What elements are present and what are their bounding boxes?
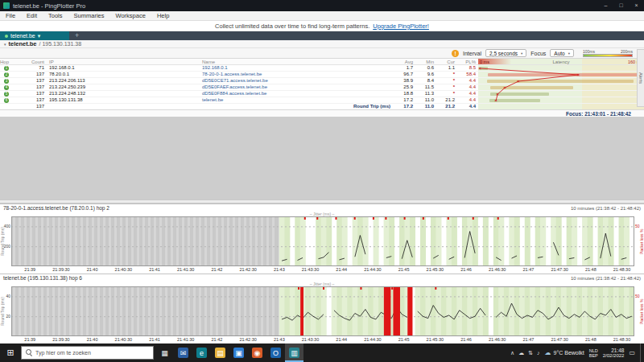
language-indicator[interactable]: NLD BEP (589, 348, 598, 358)
x-tick-label: 21:40 (87, 267, 98, 272)
file-explorer-icon[interactable]: ▤ (211, 343, 229, 362)
menu-summaries[interactable]: Summaries (68, 11, 110, 21)
focus-select[interactable]: Auto ▾ (550, 49, 574, 57)
tab-telenet[interactable]: telenet.be ▾ (0, 31, 69, 40)
cell-name[interactable]: dD5E0CE71.access.telenet.be (200, 78, 393, 84)
collapse-chevron-icon[interactable]: ▾ (4, 42, 6, 47)
mail-icon[interactable]: ✉ (174, 343, 192, 362)
upgrade-link[interactable]: Upgrade PingPlotter! (373, 23, 429, 30)
close-button[interactable]: × (629, 0, 644, 11)
col-header-ip[interactable]: IP (47, 59, 200, 64)
focus-range-text[interactable]: Focus: 21:43:01 - 21:48:42 (566, 111, 631, 117)
lang-bottom: BEP (589, 353, 598, 358)
weather-widget[interactable]: ☁ 9°C Bewolkt (545, 349, 584, 356)
trace-row[interactable]: 2 137 78.20.0.1 78-20-0-1.access.telenet… (0, 72, 644, 78)
task-view-icon[interactable]: ▦ (155, 343, 174, 362)
cell-name[interactable]: telenet.be (200, 97, 393, 103)
cell-min: 11.5 (415, 84, 436, 90)
show-desktop-button[interactable] (640, 343, 642, 362)
x-tick-label: 21:44:30 (364, 267, 381, 272)
hop-number-badge: 1 (4, 66, 9, 71)
cell-avg: 17.2 (393, 97, 415, 103)
graph-title[interactable]: 78-20-0-1.access.telenet.be (78.20.0.1) … (3, 205, 109, 211)
cell-min: 11.0 (415, 97, 436, 103)
menu-tools[interactable]: Tools (43, 11, 68, 21)
volume-icon[interactable]: ♪ (537, 350, 540, 356)
maximize-button[interactable]: □ (613, 0, 629, 11)
col-header-name[interactable]: Name (200, 59, 393, 64)
cell-min: 9.6 (415, 72, 436, 77)
cell-name[interactable]: dD5E0FAEF.access.telenet.be (200, 84, 393, 90)
trace-row[interactable]: 4 137 213.224.250.239 dD5E0FAEF.access.t… (0, 84, 644, 91)
network-icon[interactable]: ⇅ (528, 350, 533, 356)
cell-cur: * (436, 72, 457, 77)
col-header-avg[interactable]: Avg (393, 59, 415, 64)
timeline-plot-area[interactable] (11, 286, 634, 336)
outlook-icon[interactable]: O (266, 343, 285, 362)
trace-row[interactable]: 3 137 213.224.206.113 dD5E0CE71.access.t… (0, 78, 644, 84)
app-window: telenet.be - PingPlotter Pro – □ × File … (0, 0, 644, 362)
hidden-icons-icon[interactable]: ∧ (510, 350, 514, 356)
cell-min: 0.6 (415, 65, 436, 71)
menu-edit[interactable]: Edit (21, 11, 43, 21)
x-tick-label: 21:48 (585, 267, 597, 272)
search-box[interactable]: Typ hier om te zoeken (21, 346, 154, 360)
trace-row[interactable]: 6 137 195.130.131.38 telenet.be 17.2 11.… (0, 97, 644, 104)
edge-icon[interactable]: e (192, 343, 211, 362)
pingplotter-logo-icon (3, 2, 10, 9)
graph-title[interactable]: telenet.be (195.130.131.38) hop 6 (3, 275, 82, 281)
menu-file[interactable]: File (0, 11, 21, 21)
taskbar: ⊞ Typ hier om te zoeken ▦✉e▤▣◉O▥ ∧☁⇅♪ ☁ … (0, 343, 644, 362)
cell-min: 11.3 (415, 91, 436, 97)
cell-name[interactable]: 78-20-0-1.access.telenet.be (200, 72, 393, 77)
start-button[interactable]: ⊞ (0, 343, 21, 362)
x-tick-label: 21:44 (336, 337, 347, 342)
minimize-button[interactable]: – (598, 0, 613, 11)
tray-time: 21:48 (611, 348, 624, 353)
trace-row[interactable]: 1 71 192.168.0.1 192.168.0.1 1.7 0.6 1.1… (0, 65, 644, 72)
timeline-graph-hop6: telenet.be (195.130.131.38) hop 6 10 min… (0, 274, 644, 343)
x-tick-label: 21:41:30 (177, 267, 194, 272)
cell-name[interactable]: dD5E0F884.access.telenet.be (200, 91, 393, 97)
interval-value: 2,5 seconds (489, 51, 518, 56)
new-tab-button[interactable]: + (69, 31, 85, 40)
alerts-side-tab[interactable]: Alerts (637, 49, 644, 107)
x-tick-label: 21:42:30 (239, 337, 256, 342)
x-tick-label: 21:43 (274, 337, 285, 342)
status-dot-icon (5, 35, 8, 38)
clock[interactable]: 21:48 2/02/2022 (603, 348, 625, 359)
col-header-count[interactable]: Count (14, 59, 47, 64)
avg-marker-icon: × (517, 78, 520, 84)
cell-avg: 38.9 (393, 78, 415, 84)
x-tick-label: 21:39:30 (52, 267, 69, 272)
store-icon[interactable]: ▣ (229, 343, 248, 362)
x-tick-label: 21:39:30 (52, 337, 69, 342)
tab-strip: telenet.be ▾ + (0, 31, 644, 40)
pingplotter-icon[interactable]: ▥ (285, 343, 303, 362)
cell-avg: 96.7 (393, 72, 415, 77)
cell-count: 137 (14, 72, 47, 77)
col-header-pl[interactable]: PL% (457, 59, 478, 64)
timeline-plot-area[interactable] (11, 216, 634, 266)
cell-pl: 8.5 (457, 65, 478, 71)
x-tick-label: 21:46:30 (489, 337, 506, 342)
focus-value: Auto (554, 51, 564, 56)
col-header-cur[interactable]: Cur (436, 59, 457, 64)
notification-icon[interactable]: ▭ (629, 349, 635, 356)
cell-name[interactable]: 192.168.0.1 (200, 65, 393, 71)
onedrive-icon[interactable]: ☁ (518, 350, 524, 356)
y-tick: 200 (4, 244, 10, 249)
trace-row[interactable]: 5 137 213.224.248.132 dD5E0F884.access.t… (0, 91, 644, 97)
col-header-min[interactable]: Min (415, 59, 436, 64)
chevron-down-icon: ▾ (521, 51, 522, 56)
warning-icon[interactable]: ! (452, 50, 459, 57)
x-tick-label: 21:40:30 (115, 267, 132, 272)
menu-workspace[interactable]: Workspace (109, 11, 151, 21)
col-header-hop[interactable]: Hop (0, 59, 14, 64)
firefox-icon[interactable]: ◉ (248, 343, 266, 362)
menu-help[interactable]: Help (151, 11, 175, 21)
packet-loss-axis-label: Packet loss % (639, 220, 644, 263)
cell-count: 137 (14, 84, 47, 90)
chevron-down-icon[interactable]: ▾ (38, 33, 41, 39)
interval-select[interactable]: 2,5 seconds ▾ (485, 49, 526, 57)
